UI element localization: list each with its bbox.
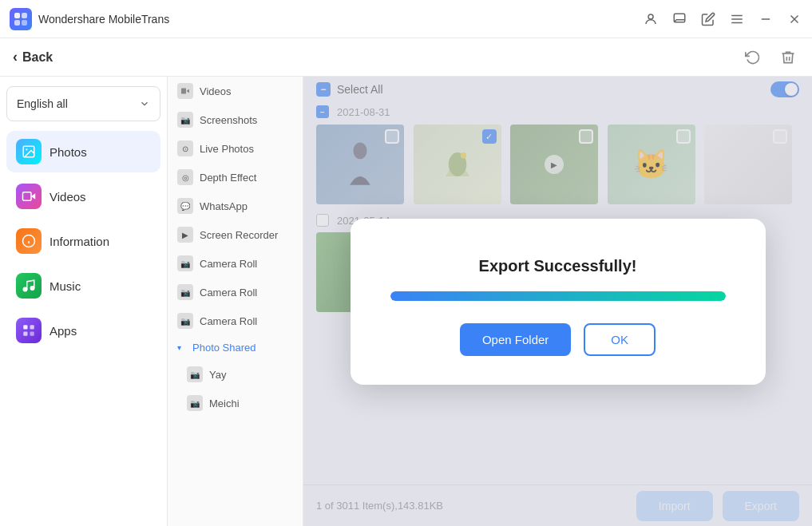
svg-point-19 xyxy=(23,287,27,291)
panel-item-yay[interactable]: 📷 Yay xyxy=(168,360,303,389)
svg-marker-26 xyxy=(187,89,190,93)
panel-live-icon: ⊙ xyxy=(177,140,193,156)
chevron-down-icon xyxy=(139,98,150,109)
sidebar-item-videos[interactable]: Videos xyxy=(6,176,160,217)
delete-button[interactable] xyxy=(777,46,799,69)
sidebar-item-information[interactable]: Information xyxy=(6,220,160,262)
panel-depth-label: Depth Effect xyxy=(200,172,256,184)
export-success-modal: Export Successfully! Open Folder OK xyxy=(351,219,766,385)
svg-point-4 xyxy=(648,14,653,19)
edit-button[interactable] xyxy=(700,11,716,27)
svg-marker-15 xyxy=(31,193,35,200)
modal-buttons: Open Folder OK xyxy=(460,323,656,356)
sidebar: English all Photos Videos Information xyxy=(0,77,168,526)
panel-camera1-icon: 📷 xyxy=(177,255,193,271)
panel-camera2-label: Camera Roll xyxy=(200,287,257,299)
titlebar-left: Wondershare MobileTrans xyxy=(10,8,169,30)
panel-item-camera1[interactable]: 📷 Camera Roll xyxy=(168,249,303,278)
svg-point-20 xyxy=(30,287,34,291)
panel-live-label: Live Photos xyxy=(200,143,254,155)
panel-videos-label: Videos xyxy=(200,85,232,97)
message-button[interactable] xyxy=(671,11,687,27)
panel-item-videos[interactable]: Videos xyxy=(168,77,303,105)
language-dropdown[interactable]: English all xyxy=(6,86,160,121)
photos-icon xyxy=(16,139,42,164)
panel-item-whatsapp[interactable]: 💬 WhatsApp xyxy=(168,192,303,220)
information-icon xyxy=(16,228,42,254)
panel-item-screenshots[interactable]: 📷 Screenshots xyxy=(168,105,303,134)
panel-item-camera2[interactable]: 📷 Camera Roll xyxy=(168,278,303,307)
modal-overlay: Export Successfully! Open Folder OK xyxy=(303,77,812,526)
panel-camera1-label: Camera Roll xyxy=(200,258,257,270)
videos-icon xyxy=(16,184,42,209)
panel-item-live-photos[interactable]: ⊙ Live Photos xyxy=(168,134,303,163)
modal-title: Export Successfully! xyxy=(479,257,637,275)
apps-label: Apps xyxy=(50,324,77,338)
progress-bar-bg xyxy=(390,291,726,301)
sidebar-item-music[interactable]: Music xyxy=(6,265,160,307)
panel-screenshots-icon: 📷 xyxy=(177,112,193,128)
videos-label: Videos xyxy=(50,190,86,204)
svg-rect-24 xyxy=(30,332,34,336)
svg-rect-22 xyxy=(30,325,34,329)
panel-camera3-icon: 📷 xyxy=(177,313,193,329)
ok-button[interactable]: OK xyxy=(584,323,656,356)
photos-label: Photos xyxy=(50,145,87,159)
panel-screen-label: Screen Recorder xyxy=(200,229,278,241)
back-arrow-icon: ‹ xyxy=(13,49,18,65)
sidebar-item-apps[interactable]: Apps xyxy=(6,310,160,351)
svg-rect-14 xyxy=(23,192,32,201)
app-title: Wondershare MobileTrans xyxy=(38,13,169,26)
titlebar-controls xyxy=(643,11,802,27)
main-content: English all Photos Videos Information xyxy=(0,77,812,526)
backbar: ‹ Back xyxy=(0,38,812,77)
panel-videos-icon xyxy=(177,83,193,99)
panel-item-camera3[interactable]: 📷 Camera Roll xyxy=(168,307,303,335)
music-icon xyxy=(16,273,42,299)
music-label: Music xyxy=(50,279,81,293)
panel-photo-shared-label: Photo Shared xyxy=(192,342,256,354)
back-button[interactable]: ‹ Back xyxy=(13,49,53,65)
panel-camera2-icon: 📷 xyxy=(177,284,193,300)
svg-rect-25 xyxy=(181,89,186,94)
panel-screen-icon: ▶ xyxy=(177,227,193,243)
svg-rect-23 xyxy=(23,332,27,336)
back-label: Back xyxy=(22,50,53,65)
svg-rect-3 xyxy=(22,20,27,26)
svg-rect-0 xyxy=(14,13,20,18)
panel-depth-icon: ◎ xyxy=(177,169,193,185)
svg-rect-2 xyxy=(14,20,20,26)
backbar-actions xyxy=(742,46,799,69)
app-icon xyxy=(10,8,32,30)
middle-panel: Videos 📷 Screenshots ⊙ Live Photos ◎ Dep… xyxy=(168,77,303,526)
svg-rect-21 xyxy=(23,325,27,329)
svg-point-13 xyxy=(26,148,27,150)
panel-meichi-icon: 📷 xyxy=(187,395,203,411)
minimize-button[interactable] xyxy=(758,11,774,27)
progress-bar-fill xyxy=(390,291,726,301)
panel-screenshots-label: Screenshots xyxy=(200,114,257,126)
svg-rect-1 xyxy=(22,13,27,18)
panel-item-photo-shared[interactable]: ▾ Photo Shared xyxy=(168,335,303,360)
panel-whatsapp-icon: 💬 xyxy=(177,198,193,214)
close-button[interactable] xyxy=(786,11,802,27)
panel-meichi-label: Meichi xyxy=(209,397,240,409)
information-label: Information xyxy=(50,235,109,248)
open-folder-button[interactable]: Open Folder xyxy=(460,323,571,356)
panel-item-screen-recorder[interactable]: ▶ Screen Recorder xyxy=(168,220,303,249)
sidebar-item-photos[interactable]: Photos xyxy=(6,131,160,172)
panel-whatsapp-label: WhatsApp xyxy=(200,200,248,212)
apps-icon xyxy=(16,318,42,343)
panel-yay-icon: 📷 xyxy=(187,366,203,382)
dropdown-label: English all xyxy=(17,97,68,110)
photo-content: − Select All − 2021-08-31 xyxy=(303,77,812,526)
panel-item-depth[interactable]: ◎ Depth Effect xyxy=(168,163,303,192)
account-button[interactable] xyxy=(643,11,659,27)
titlebar: Wondershare MobileTrans xyxy=(0,0,812,38)
panel-camera3-label: Camera Roll xyxy=(200,315,257,327)
panel-item-meichi[interactable]: 📷 Meichi xyxy=(168,389,303,417)
menu-button[interactable] xyxy=(729,11,745,27)
refresh-button[interactable] xyxy=(742,46,764,69)
panel-yay-label: Yay xyxy=(209,369,226,381)
